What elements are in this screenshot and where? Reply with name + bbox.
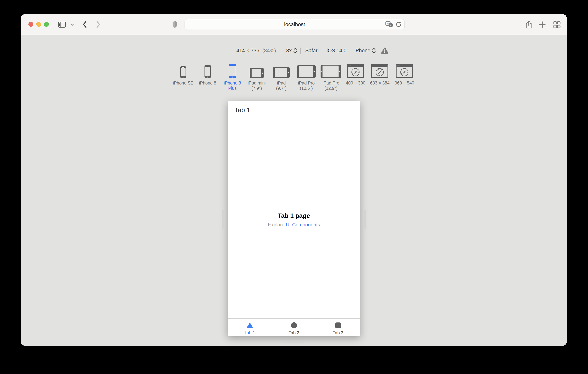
device-label: iPhone 8	[199, 80, 216, 86]
share-icon	[525, 21, 532, 29]
close-window-button[interactable]	[28, 22, 33, 27]
circle-icon	[291, 322, 297, 328]
user-agent-selector[interactable]: Safari — iOS 14.0 — iPhone	[305, 48, 376, 53]
tablet-icon	[297, 65, 316, 78]
traffic-lights	[28, 22, 49, 27]
device-option-683x384[interactable]: 683 × 384	[370, 64, 390, 86]
resize-handle-left[interactable]	[222, 210, 224, 229]
device-option-ipad-pro-10[interactable]: iPad Pro (10.5")	[297, 64, 316, 91]
resize-handle-right[interactable]	[364, 210, 366, 229]
tab-2[interactable]: Tab 2	[272, 319, 316, 336]
device-option-400x300[interactable]: 400 × 300	[346, 64, 365, 86]
zoom-window-button[interactable]	[44, 22, 49, 27]
chevron-down-icon	[70, 23, 74, 26]
phone-icon	[229, 64, 236, 78]
sidebar-menu-button[interactable]	[70, 23, 75, 26]
app-nav-header: Tab 1	[228, 101, 360, 119]
tablet-icon	[273, 67, 290, 78]
new-tab-button[interactable]	[538, 21, 546, 29]
device-label: iPad Pro (12.9")	[322, 80, 340, 91]
tab-overview-icon	[553, 21, 561, 28]
page-title: Tab 1 page	[228, 212, 360, 219]
triangle-icon	[246, 322, 253, 328]
app-tab-bar: Tab 1 Tab 2 Tab 3	[228, 318, 360, 336]
viewport-size-label: 414 × 736	[236, 48, 259, 53]
new-tab-icon	[539, 21, 546, 28]
forward-icon	[96, 21, 101, 28]
tab-label: Tab 2	[289, 331, 299, 336]
nav-title: Tab 1	[234, 106, 250, 114]
device-label: 400 × 300	[346, 80, 365, 86]
subtitle-text: Explore	[268, 222, 284, 227]
simulated-viewport: Tab 1 Tab 1 page ExploreUI Components Ta…	[228, 101, 360, 336]
device-label: iPad mini (7.9")	[248, 80, 266, 91]
divider	[300, 48, 301, 53]
device-option-ipad[interactable]: iPad (9.7")	[273, 64, 290, 91]
sidebar-icon	[58, 21, 66, 28]
resize-handle-bottom[interactable]	[284, 341, 304, 343]
device-option-iphone-8[interactable]: iPhone 8	[199, 64, 216, 86]
device-label: iPhone SE	[173, 80, 194, 86]
address-bar-url: localhost	[284, 21, 305, 27]
page-content: Tab 1 page ExploreUI Components	[228, 212, 360, 228]
compass-icon	[375, 67, 385, 77]
device-label: 960 × 540	[395, 80, 414, 86]
phone-icon	[205, 65, 211, 78]
device-option-ipad-pro-12[interactable]: iPad Pro (12.9")	[321, 64, 341, 91]
device-option-ipad-mini[interactable]: iPad mini (7.9")	[248, 64, 266, 91]
square-icon	[335, 322, 341, 328]
forward-button[interactable]	[95, 20, 102, 29]
tablet-icon	[250, 68, 264, 78]
stepper-icon	[293, 48, 297, 53]
svg-text:文: 文	[390, 24, 392, 27]
device-option-960x540[interactable]: 960 × 540	[395, 64, 414, 86]
back-button[interactable]	[82, 20, 88, 29]
share-button[interactable]	[525, 20, 533, 29]
privacy-shield-icon	[172, 21, 178, 28]
browser-size-icon	[371, 64, 388, 78]
back-icon	[82, 21, 87, 28]
zoom-percent-label: (84%)	[262, 48, 276, 53]
scale-selector[interactable]: 3x	[286, 48, 297, 53]
privacy-report-button[interactable]	[171, 20, 178, 29]
page-subtitle: ExploreUI Components	[228, 222, 360, 228]
device-option-iphone-se[interactable]: iPhone SE	[173, 64, 194, 86]
tablet-icon	[321, 64, 341, 78]
translate-icon: A 文	[385, 21, 393, 28]
browser-size-icon	[347, 64, 364, 78]
compass-icon	[399, 67, 409, 77]
scale-value: 3x	[286, 48, 292, 53]
user-agent-value: Safari — iOS 14.0 — iPhone	[305, 48, 370, 53]
tab-overview-button[interactable]	[553, 21, 561, 29]
device-label: iPad Pro (10.5")	[297, 80, 315, 91]
device-label: iPad (9.7")	[275, 80, 288, 91]
phone-icon	[180, 66, 186, 78]
address-bar[interactable]: localhost A 文	[185, 19, 405, 30]
toolbar-separator	[69, 21, 69, 28]
ui-components-link[interactable]: UI Components	[286, 222, 320, 227]
tab-1[interactable]: Tab 1	[228, 319, 272, 336]
browser-window: localhost A 文	[21, 14, 567, 346]
tab-label: Tab 1	[244, 330, 255, 335]
compass-icon	[351, 67, 360, 77]
warning-button[interactable]	[381, 47, 388, 54]
device-option-iphone-8-plus[interactable]: iPhone 8 Plus	[223, 64, 242, 91]
translate-button[interactable]: A 文	[385, 21, 393, 28]
reload-button[interactable]	[395, 21, 402, 28]
tab-label: Tab 3	[333, 331, 343, 336]
rdm-status-row: 414 × 736 (84%) 3x Safari — iOS 14.0 — i…	[236, 45, 388, 56]
svg-text:A: A	[387, 22, 389, 25]
warning-icon	[381, 47, 388, 54]
divider	[282, 48, 282, 53]
sidebar-toggle-button[interactable]	[58, 21, 66, 28]
browser-size-icon	[396, 64, 413, 78]
stepper-icon	[372, 48, 376, 53]
device-label: iPhone 8 Plus	[223, 80, 242, 91]
reload-icon	[395, 21, 402, 28]
tab-3[interactable]: Tab 3	[316, 319, 360, 336]
browser-toolbar: localhost A 文	[21, 14, 567, 35]
device-label: 683 × 384	[370, 80, 390, 86]
minimize-window-button[interactable]	[36, 22, 41, 27]
